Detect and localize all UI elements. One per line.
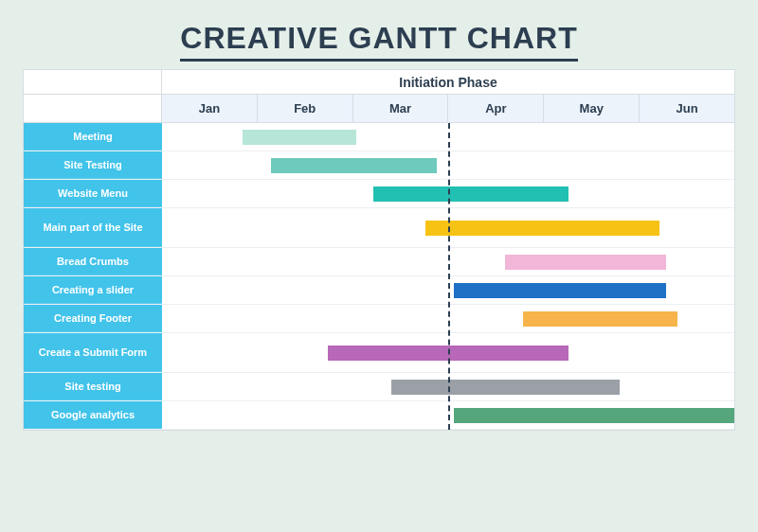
month-header: May xyxy=(543,95,639,123)
task-track xyxy=(162,151,734,179)
task-label: Website Menu xyxy=(24,180,162,207)
task-label: Main part of the Site xyxy=(24,208,162,247)
gantt-bar xyxy=(373,186,568,202)
phase-label: Initiation Phase xyxy=(162,70,734,95)
gantt-bar xyxy=(505,255,665,270)
gantt-bar xyxy=(523,311,677,327)
month-header: Jan xyxy=(162,95,257,123)
task-track xyxy=(162,248,734,275)
task-track xyxy=(162,305,734,332)
phase-header-row: Initiation Phase xyxy=(24,70,734,95)
task-row: Create a Submit Form xyxy=(24,333,734,373)
task-label: Site testing xyxy=(24,373,162,400)
task-label: Create a Submit Form xyxy=(24,333,162,372)
gantt-bar xyxy=(425,221,660,236)
chart-title: CREATIVE GANTT CHART xyxy=(0,0,758,56)
gantt-bar xyxy=(243,130,357,145)
month-header: Feb xyxy=(257,95,352,123)
gantt-bar xyxy=(391,380,621,395)
month-header: Jun xyxy=(639,95,734,123)
task-row: Google analytics xyxy=(24,401,734,430)
task-header-blank xyxy=(24,70,162,95)
task-label: Creating a slider xyxy=(24,276,162,304)
gantt-bar xyxy=(454,283,665,298)
task-label: Meeting xyxy=(24,123,162,151)
gantt-chart: Initiation Phase JanFebMarAprMayJun Meet… xyxy=(23,69,735,431)
gantt-bar xyxy=(328,346,568,361)
task-track xyxy=(162,208,734,247)
task-row: Main part of the Site xyxy=(24,208,734,248)
task-track xyxy=(162,401,734,429)
task-row: Meeting xyxy=(24,123,734,151)
task-track xyxy=(162,123,734,151)
month-header: Mar xyxy=(352,95,448,123)
task-row: Site testing xyxy=(24,373,734,401)
task-row: Creating Footer xyxy=(24,305,734,333)
task-label: Bread Crumbs xyxy=(24,248,162,275)
gantt-bar xyxy=(271,158,437,173)
task-row: Creating a slider xyxy=(24,276,734,305)
task-row: Site Testing xyxy=(24,151,734,180)
gantt-bar xyxy=(454,408,734,423)
task-header-blank-2 xyxy=(24,95,162,123)
task-row: Bread Crumbs xyxy=(24,248,734,276)
task-row: Website Menu xyxy=(24,180,734,208)
task-label: Site Testing xyxy=(24,151,162,179)
task-track xyxy=(162,276,734,304)
task-label: Google analytics xyxy=(24,401,162,429)
task-track xyxy=(162,333,734,372)
month-header: Apr xyxy=(447,95,543,123)
task-track xyxy=(162,180,734,207)
months-header-row: JanFebMarAprMayJun xyxy=(24,95,734,123)
task-track xyxy=(162,373,734,400)
task-label: Creating Footer xyxy=(24,305,162,332)
